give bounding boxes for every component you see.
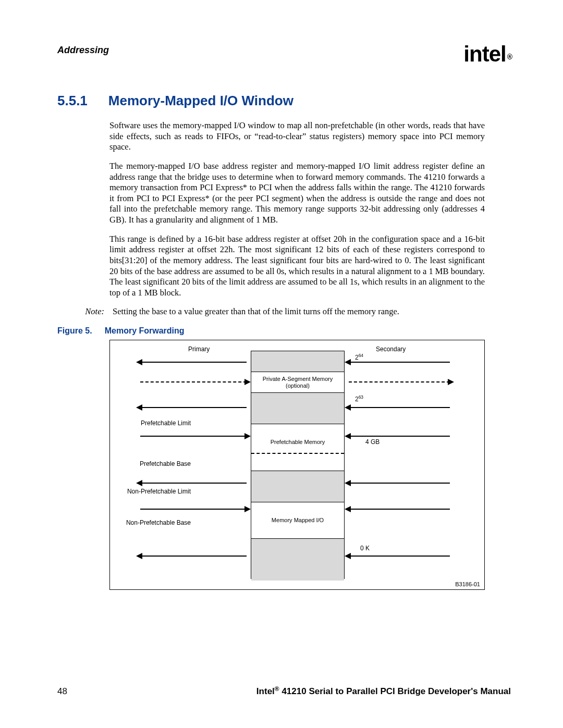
dashed-divider-icon [251,453,344,454]
arrow-right-dashed-icon [136,380,251,384]
body-text: Software uses the memory-mapped I/O wind… [109,120,485,298]
label-nonpre-limit: Non-Prefetchable Limit [120,488,191,495]
memory-column: Private A-Segment Memory (optional) Pref… [251,351,345,579]
logo-text: intel [463,42,506,66]
label-primary: Primary [188,346,210,353]
seg-private-a: Private A-Segment Memory (optional) [251,372,344,393]
arrow-left-icon [136,405,251,410]
note-label: Note: [57,306,104,317]
page-number: 48 [57,686,67,697]
arrow-left-icon [136,554,251,558]
note-text: Setting the base to a value greater than… [113,306,511,317]
section-heading: 5.5.1 Memory-Mapped I/O Window [57,93,511,109]
diagram-code: B3186-01 [455,581,480,587]
arrow-left-icon [345,554,454,558]
arrow-right-dashed-icon [345,380,454,384]
label-2-63: 263 [355,394,363,403]
figure-label: Figure 5. [57,326,92,336]
chapter-label: Addressing [57,45,109,56]
document-title: Intel® 41210 Serial to Parallel PCI Brid… [256,686,511,697]
figure-diagram: Primary Secondary Private A-Segment Memo… [109,340,485,590]
arrow-left-icon [136,360,251,364]
section-number: 5.5.1 [57,93,88,109]
figure-caption: Figure 5. Memory Forwarding [57,326,511,336]
arrow-left-icon [345,481,454,485]
label-nonpre-base: Non-Prefetchable Base [120,519,191,526]
logo-registered-icon: ® [507,53,512,61]
seg-top-gray [251,351,344,372]
mmio-label: Memory Mapped I/O [272,517,324,524]
figure-title: Memory Forwarding [105,326,185,336]
private-a-label: Private A-Segment Memory [263,376,333,382]
arrow-left-icon [345,507,454,511]
page-header: Addressing intel® [57,42,511,67]
seg-gray-3 [251,471,344,502]
label-prefetch-limit: Prefetchable Limit [131,419,191,427]
arrow-right-icon [136,434,251,438]
arrow-left-icon [345,434,454,438]
seg-mmio: Memory Mapped I/O [251,502,344,539]
prefetchable-mem-label: Prefetchable Memory [271,439,325,446]
arrow-left-icon [345,405,454,410]
page-footer: 48 Intel® 41210 Serial to Parallel PCI B… [57,686,511,697]
label-0k: 0 K [360,545,370,552]
intel-logo: intel® [463,42,511,67]
label-secondary: Secondary [376,346,406,353]
seg-gray-2 [251,393,344,424]
note-row: Note: Setting the base to a value greate… [57,306,511,317]
arrow-right-icon [136,507,251,511]
paragraph-2: The memory-mapped I/O base address regis… [109,161,485,226]
seg-gray-bottom [251,539,344,581]
private-a-optional: (optional) [286,382,310,389]
paragraph-1: Software uses the memory-mapped I/O wind… [109,120,485,153]
label-prefetch-base: Prefetchable Base [131,460,191,467]
label-2-64: 264 [355,353,363,361]
label-4gb: 4 GB [365,438,380,446]
paragraph-3: This range is defined by a 16-bit base a… [109,234,485,299]
arrow-left-icon [136,481,251,485]
seg-prefetchable: Prefetchable Memory [251,424,344,471]
section-title: Memory-Mapped I/O Window [108,93,293,109]
